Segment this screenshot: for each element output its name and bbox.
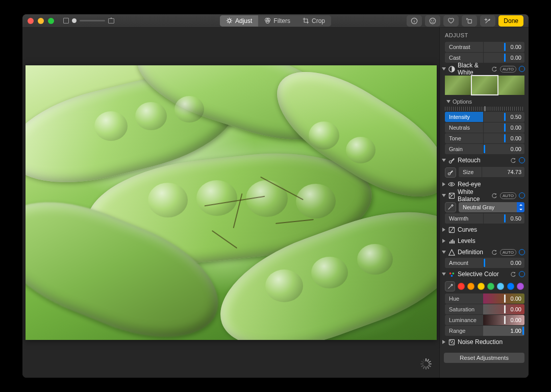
disclosure-triangle-icon (442, 228, 445, 232)
edited-photo (26, 65, 437, 340)
adjust-sidebar: ADJUST Contrast0.00 Cast0.00 Black & Whi… (439, 28, 529, 378)
app-window: Adjust Filters Crop Done (22, 14, 529, 378)
enable-definition-toggle[interactable] (519, 249, 525, 255)
zoom-actual-icon[interactable] (108, 18, 114, 23)
minimize-window-button[interactable] (38, 18, 44, 24)
wb-mode-dropdown[interactable]: Neutral Gray (459, 202, 524, 212)
favorite-button[interactable] (443, 15, 459, 27)
color-swatch-0[interactable] (458, 283, 465, 290)
zoom-slider-track[interactable] (80, 20, 105, 21)
svg-point-26 (453, 342, 453, 343)
svg-rect-18 (454, 240, 455, 243)
done-button[interactable]: Done (498, 15, 523, 27)
saturation-slider[interactable]: Saturation0.00 (445, 304, 524, 314)
definition-icon (448, 249, 455, 256)
section-black-white[interactable]: Black & White AUTO (440, 63, 529, 75)
redeye-icon (448, 181, 455, 188)
disclosure-triangle-icon (442, 273, 446, 276)
svg-point-7 (434, 20, 434, 20)
section-levels[interactable]: Levels (440, 235, 529, 247)
luminance-slider[interactable]: Luminance0.00 (445, 315, 524, 325)
auto-enhance-button[interactable] (480, 15, 495, 27)
svg-point-24 (452, 341, 452, 341)
svg-point-12 (450, 183, 452, 185)
crop-tab[interactable]: Crop (296, 15, 331, 27)
svg-point-6 (432, 20, 432, 20)
adjust-icon (226, 17, 233, 24)
enable-retouch-toggle[interactable] (519, 157, 525, 163)
color-swatch-5[interactable] (507, 283, 514, 290)
white-balance-icon (448, 192, 455, 199)
section-white-balance[interactable]: White Balance AUTO (440, 190, 529, 201)
auto-wb-button[interactable]: AUTO (500, 192, 516, 199)
retouch-brush-button[interactable] (445, 167, 456, 178)
sidebar-title: ADJUST (440, 28, 529, 42)
close-window-button[interactable] (28, 18, 34, 24)
neutrals-slider[interactable]: Neutrals0.00 (445, 122, 529, 133)
auto-definition-button[interactable]: AUTO (500, 249, 516, 256)
reset-wb-button[interactable] (492, 193, 497, 199)
retouch-size-slider[interactable]: Size74.73 (459, 167, 524, 177)
svg-point-19 (449, 272, 451, 274)
reset-adjustments-button[interactable]: Reset Adjustments (444, 353, 524, 363)
traffic-lights (28, 18, 54, 24)
reset-bw-button[interactable] (492, 66, 497, 72)
disclosure-triangle-icon (442, 251, 446, 254)
svg-point-0 (228, 19, 231, 22)
svg-rect-17 (452, 239, 453, 243)
svg-point-20 (452, 272, 454, 274)
bw-options-header[interactable]: Options (440, 97, 529, 106)
bw-thumbnails[interactable] (440, 75, 529, 97)
svg-point-10 (449, 160, 452, 163)
selcolor-eyedropper-button[interactable] (445, 281, 455, 291)
section-noise-reduction[interactable]: Noise Reduction (440, 336, 529, 348)
loading-spinner (420, 358, 431, 370)
section-selective-color[interactable]: Selective Color (440, 268, 529, 280)
reset-selcolor-button[interactable] (511, 272, 516, 277)
color-swatch-4[interactable] (497, 283, 504, 290)
zoom-controls (63, 18, 114, 23)
color-swatch-2[interactable] (478, 283, 485, 290)
section-definition[interactable]: Definition AUTO (440, 247, 529, 258)
auto-bw-button[interactable]: AUTO (500, 66, 516, 72)
reset-retouch-button[interactable] (511, 158, 516, 163)
grain-slider[interactable]: Grain0.00 (445, 144, 529, 154)
color-swatch-3[interactable] (487, 283, 494, 290)
color-swatch-1[interactable] (467, 283, 474, 290)
section-curves[interactable]: Curves (440, 224, 529, 235)
zoom-fit-icon[interactable] (63, 18, 69, 23)
disclosure-triangle-icon (442, 67, 446, 70)
wb-eyedropper-button[interactable] (445, 202, 456, 212)
zoom-slider-thumb[interactable] (72, 18, 77, 23)
image-canvas[interactable] (22, 28, 439, 378)
cast-slider[interactable]: Cast0.00 (445, 53, 529, 63)
enable-selcolor-toggle[interactable] (519, 271, 525, 277)
enable-wb-toggle[interactable] (519, 192, 525, 199)
warmth-slider[interactable]: Warmth0.50 (445, 213, 529, 224)
enable-bw-toggle[interactable] (519, 66, 525, 72)
hue-slider[interactable]: Hue0.00 (445, 293, 524, 304)
mode-segmented-control: Adjust Filters Crop (220, 15, 331, 27)
disclosure-triangle-icon (442, 159, 446, 162)
bw-icon (448, 65, 455, 72)
levels-icon (448, 237, 455, 244)
contrast-slider[interactable]: Contrast0.00 (445, 42, 529, 52)
reset-definition-button[interactable] (492, 250, 497, 255)
faces-button[interactable] (425, 15, 440, 27)
definition-amount-slider[interactable]: Amount0.00 (445, 258, 529, 268)
intensity-slider[interactable]: Intensity0.50 (445, 112, 529, 122)
color-swatch-6[interactable] (517, 283, 524, 290)
bw-tick-scale[interactable] (445, 107, 524, 111)
fullscreen-window-button[interactable] (48, 18, 54, 24)
range-slider[interactable]: Range1.00 (445, 326, 524, 336)
svg-rect-8 (468, 19, 472, 23)
filters-tab[interactable]: Filters (258, 15, 296, 27)
selective-color-icon (448, 271, 455, 278)
info-button[interactable] (407, 15, 422, 27)
section-retouch[interactable]: Retouch (440, 155, 529, 166)
rotate-button[interactable] (462, 15, 477, 27)
adjust-tab[interactable]: Adjust (220, 15, 258, 27)
color-swatch-row (440, 280, 529, 293)
svg-point-21 (450, 275, 453, 277)
tone-slider[interactable]: Tone0.00 (445, 133, 529, 143)
